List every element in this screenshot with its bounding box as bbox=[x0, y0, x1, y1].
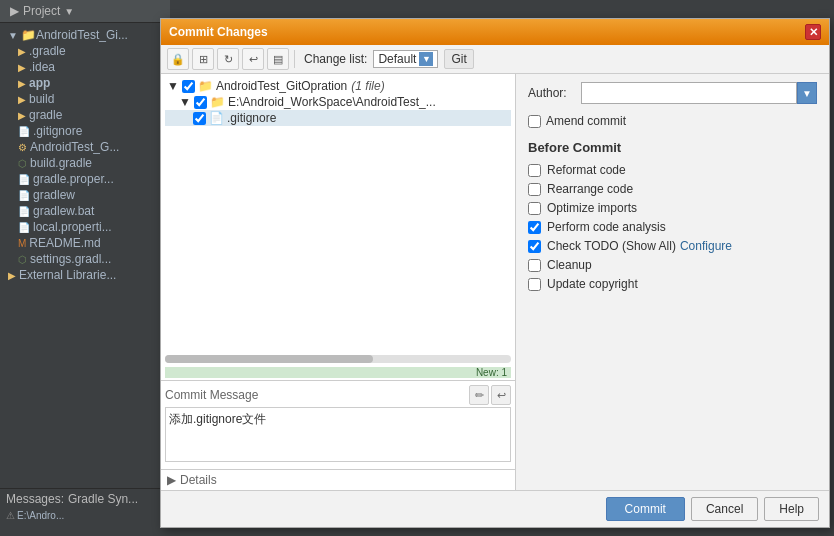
ft-subfolder-icon: 📁 bbox=[210, 95, 225, 109]
cleanup-checkbox[interactable] bbox=[528, 259, 541, 272]
option-analysis: Perform code analysis bbox=[528, 220, 817, 234]
gradle-tab[interactable]: Gradle Syn... bbox=[68, 492, 138, 506]
tree-item-settings[interactable]: ⬡ settings.gradl... bbox=[0, 251, 170, 267]
left-panel: ▼ 📁 AndroidTest_GitOpration (1 file) ▼ 📁… bbox=[161, 74, 516, 490]
toolbar-lock-btn[interactable]: 🔒 bbox=[167, 48, 189, 70]
commit-message-input[interactable] bbox=[165, 407, 511, 462]
close-button[interactable]: ✕ bbox=[805, 24, 821, 40]
dialog-footer: Commit Cancel Help bbox=[161, 490, 829, 527]
commit-button[interactable]: Commit bbox=[606, 497, 685, 521]
file-icon: M bbox=[18, 238, 26, 249]
amend-checkbox[interactable] bbox=[528, 115, 541, 128]
cancel-button[interactable]: Cancel bbox=[691, 497, 758, 521]
tree-item-gitignore[interactable]: 📄 .gitignore bbox=[0, 123, 170, 139]
reformat-checkbox[interactable] bbox=[528, 164, 541, 177]
toolbar-list-btn[interactable]: ▤ bbox=[267, 48, 289, 70]
commit-msg-icon1[interactable]: ✏ bbox=[469, 385, 489, 405]
new-badge: New: 1 bbox=[165, 367, 511, 378]
option-copyright: Update copyright bbox=[528, 277, 817, 291]
author-dropdown-button[interactable]: ▼ bbox=[797, 82, 817, 104]
tree-item-external[interactable]: ▶ External Librarie... bbox=[0, 267, 170, 283]
tree-label: gradle.proper... bbox=[33, 172, 114, 186]
toolbar-refresh-btn[interactable]: ↻ bbox=[217, 48, 239, 70]
ft-file-label: .gitignore bbox=[227, 111, 276, 125]
option-rearrange: Rearrange code bbox=[528, 182, 817, 196]
git-tab[interactable]: Git bbox=[444, 49, 473, 69]
tree-item-properties[interactable]: 📄 gradle.proper... bbox=[0, 171, 170, 187]
commit-msg-icon2[interactable]: ↩ bbox=[491, 385, 511, 405]
ft-file-check[interactable] bbox=[193, 112, 206, 125]
optimize-checkbox[interactable] bbox=[528, 202, 541, 215]
toolbar-revert-btn[interactable]: ↩ bbox=[242, 48, 264, 70]
tree-item-local[interactable]: 📄 local.properti... bbox=[0, 219, 170, 235]
details-section[interactable]: ▶ Details bbox=[161, 469, 515, 490]
folder-icon: 📁 bbox=[21, 28, 36, 42]
todo-checkbox[interactable] bbox=[528, 240, 541, 253]
file-icon: 📄 bbox=[18, 126, 30, 137]
tree-item-androidtest[interactable]: ⚙ AndroidTest_G... bbox=[0, 139, 170, 155]
tree-item-build[interactable]: ▶ build bbox=[0, 91, 170, 107]
tree-label: .gradle bbox=[29, 44, 66, 58]
file-icon: 📄 bbox=[18, 206, 30, 217]
file-icon: ⬡ bbox=[18, 158, 27, 169]
warning-icon: ⚠ bbox=[6, 510, 15, 521]
folder-expand-icon: ▶ bbox=[8, 270, 16, 281]
tree-label: .idea bbox=[29, 60, 55, 74]
tree-item-readme[interactable]: M README.md bbox=[0, 235, 170, 251]
project-header: ▶ Project ▼ bbox=[0, 0, 170, 23]
tree-item-gradle-folder[interactable]: ▶ gradle bbox=[0, 107, 170, 123]
option-cleanup: Cleanup bbox=[528, 258, 817, 272]
tree-label: External Librarie... bbox=[19, 268, 116, 282]
tree-label: build bbox=[29, 92, 54, 106]
ft-root[interactable]: ▼ 📁 AndroidTest_GitOpration (1 file) bbox=[165, 78, 511, 94]
tree-item-gradlew[interactable]: 📄 gradlew bbox=[0, 187, 170, 203]
help-button[interactable]: Help bbox=[764, 497, 819, 521]
dialog-content: ▼ 📁 AndroidTest_GitOpration (1 file) ▼ 📁… bbox=[161, 74, 829, 490]
tree-item-gradlewbat[interactable]: 📄 gradlew.bat bbox=[0, 203, 170, 219]
ft-root-checkbox[interactable]: ▼ bbox=[167, 79, 179, 93]
file-icon: 📄 bbox=[18, 190, 30, 201]
commit-message-area: Commit Message ✏ ↩ bbox=[161, 380, 515, 469]
tree-label: settings.gradl... bbox=[30, 252, 111, 266]
messages-label: Messages: bbox=[6, 492, 64, 506]
todo-label: Check TODO (Show All) bbox=[547, 239, 676, 253]
ft-expand-icon: ▼ bbox=[179, 95, 191, 109]
copyright-checkbox[interactable] bbox=[528, 278, 541, 291]
tree-label: README.md bbox=[29, 236, 100, 250]
changelist-dropdown[interactable]: Default ▼ bbox=[373, 50, 438, 68]
option-todo: Check TODO (Show All) Configure bbox=[528, 239, 817, 253]
analysis-checkbox[interactable] bbox=[528, 221, 541, 234]
ft-subpath-check[interactable] bbox=[194, 96, 207, 109]
ft-file-gitignore[interactable]: 📄 .gitignore bbox=[165, 110, 511, 126]
tree-item-app[interactable]: ▶ app bbox=[0, 75, 170, 91]
ft-file-count: (1 file) bbox=[351, 79, 384, 93]
author-label: Author: bbox=[528, 86, 573, 100]
amend-row: Amend commit bbox=[528, 114, 817, 128]
bottom-path-row: ⚠ E:\Andro... bbox=[6, 508, 164, 521]
ft-root-check[interactable] bbox=[182, 80, 195, 93]
project-icon: ▶ bbox=[10, 4, 19, 18]
rearrange-checkbox[interactable] bbox=[528, 183, 541, 196]
horizontal-scrollbar[interactable] bbox=[165, 355, 511, 363]
project-label: Project bbox=[23, 4, 60, 18]
expand-icon: ▼ bbox=[8, 30, 18, 41]
tree-label: local.properti... bbox=[33, 220, 112, 234]
scrollbar-thumb[interactable] bbox=[165, 355, 373, 363]
tree-item-gradle[interactable]: ▶ .gradle bbox=[0, 43, 170, 59]
tree-label: gradle bbox=[29, 108, 62, 122]
toolbar-diff-btn[interactable]: ⊞ bbox=[192, 48, 214, 70]
file-icon: ⚙ bbox=[18, 142, 27, 153]
project-dropdown-icon[interactable]: ▼ bbox=[64, 6, 74, 17]
tree-item-buildgradle[interactable]: ⬡ build.gradle bbox=[0, 155, 170, 171]
commit-msg-icons: ✏ ↩ bbox=[469, 385, 511, 405]
cleanup-label: Cleanup bbox=[547, 258, 592, 272]
reformat-label: Reformat code bbox=[547, 163, 626, 177]
ft-subpath[interactable]: ▼ 📁 E:\Android_WorkSpace\AndroidTest_... bbox=[165, 94, 511, 110]
bottom-path: E:\Andro... bbox=[17, 510, 64, 521]
tree-item-root[interactable]: ▼ 📁 AndroidTest_Gi... bbox=[0, 27, 170, 43]
author-input[interactable] bbox=[581, 82, 797, 104]
changelist-dropdown-arrow[interactable]: ▼ bbox=[419, 52, 433, 66]
configure-link[interactable]: Configure bbox=[680, 239, 732, 253]
tree-item-idea[interactable]: ▶ .idea bbox=[0, 59, 170, 75]
amend-label: Amend commit bbox=[546, 114, 626, 128]
